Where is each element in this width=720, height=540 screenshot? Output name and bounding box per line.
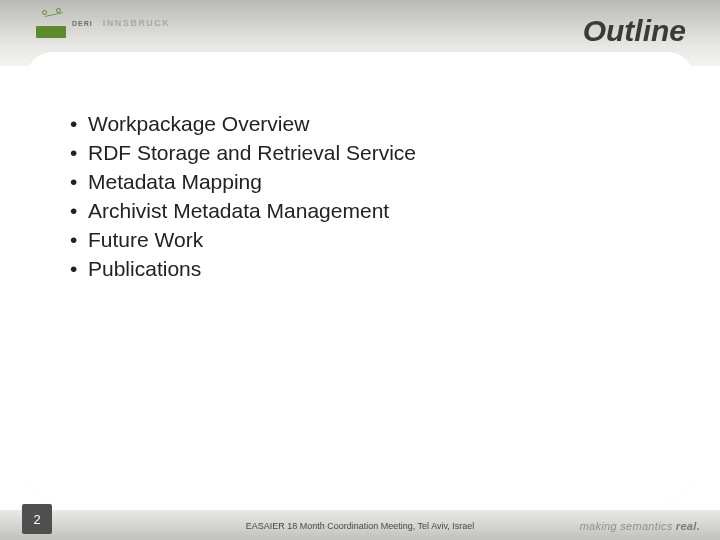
logo-city: INNSBRUCK (103, 18, 171, 28)
bullet-icon: • (70, 139, 88, 166)
bullet-text: Workpackage Overview (88, 110, 309, 137)
bullet-icon: • (70, 226, 88, 253)
bullet-text: Archivist Metadata Management (88, 197, 389, 224)
page-number: 2 (22, 504, 52, 534)
bullet-text: Metadata Mapping (88, 168, 262, 195)
list-item: • RDF Storage and Retrieval Service (70, 139, 630, 166)
bullet-icon: • (70, 255, 88, 282)
bullet-icon: • (70, 168, 88, 195)
tagline-strong: real. (676, 520, 700, 532)
list-item: • Future Work (70, 226, 630, 253)
bullet-text: RDF Storage and Retrieval Service (88, 139, 416, 166)
list-item: • Workpackage Overview (70, 110, 630, 137)
tagline-prefix: making semantics (580, 520, 676, 532)
list-item: • Publications (70, 255, 630, 282)
bullet-text: Future Work (88, 226, 203, 253)
bullet-icon: • (70, 197, 88, 224)
slide: DERI INNSBRUCK Outline • Workpackage Ove… (0, 0, 720, 540)
footer-band: EASAIER 18 Month Coordination Meeting, T… (0, 510, 720, 540)
deri-logo-icon (36, 8, 66, 38)
list-item: • Archivist Metadata Management (70, 197, 630, 224)
bullet-icon: • (70, 110, 88, 137)
bullet-list: • Workpackage Overview • RDF Storage and… (70, 110, 630, 284)
slide-title: Outline (583, 14, 686, 48)
footer-tagline: making semantics real. (580, 520, 700, 532)
logo: DERI INNSBRUCK (36, 8, 170, 38)
bullet-text: Publications (88, 255, 201, 282)
logo-word: DERI (72, 20, 93, 27)
list-item: • Metadata Mapping (70, 168, 630, 195)
